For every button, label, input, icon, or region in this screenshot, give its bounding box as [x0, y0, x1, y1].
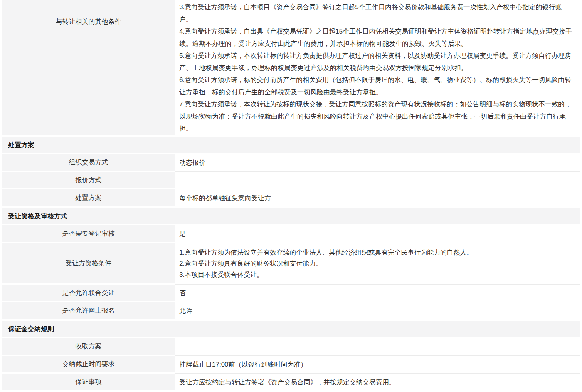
section-header-deposit-rules: 保证金交纳规则 — [2, 321, 580, 337]
table-row-online-registration-allowed: 是否允许网上报名 允许 — [2, 302, 580, 320]
row-value: 受让方应按约定与转让方签署《资产交易合同》，并按规定交纳交易费用。 — [175, 374, 580, 391]
value-paragraph: 3.本项目不接受联合体受让。 — [179, 269, 574, 280]
table-row-disposal-plan: 处置方案 每个标的都单独征集意向受让方 — [2, 189, 580, 207]
table-row-payment-deadline: 交纳截止时间要求 挂牌截止日17:00前（以银行到账时间为准） — [2, 356, 580, 374]
row-value: 否 — [175, 285, 580, 302]
row-label: 是否允许网上报名 — [2, 302, 175, 320]
row-label: 是否允许联合受让 — [2, 285, 175, 302]
table-row-trade-organization-method: 组织交易方式 动态报价 — [2, 154, 580, 172]
section-header-transferee-qualification: 受让资格及审核方式 — [2, 208, 580, 224]
row-label: 受让方资格条件 — [2, 243, 175, 285]
value-paragraph: 3.意向受让方须承诺，自本项目《资产交易合同》签订之日起5个工作日内将交易价款和… — [179, 1, 574, 25]
value-paragraph: 7.意向受让方须承诺，本次转让为按标的现状交接，受让方同意按照标的资产现有状况接… — [179, 98, 574, 135]
row-label: 是否需要登记审核 — [2, 225, 175, 243]
row-value: 挂牌截止日17:00前（以银行到账时间为准） — [175, 356, 580, 374]
row-label: 保证事项 — [2, 374, 175, 391]
table-row-joint-transfer-allowed: 是否允许联合受让 否 — [2, 285, 580, 302]
row-value — [175, 172, 580, 189]
row-value: 1.意向受让方须为依法设立并有效存续的企业法人、其他经济组织或具有完全民事行为能… — [175, 243, 580, 285]
table-row-other-conditions: 与转让相关的其他条件 3.意向受让方须承诺，自本项目《资产交易合同》签订之日起5… — [2, 0, 580, 136]
table-row-registration-review-required: 是否需要登记审核 是 — [2, 225, 580, 243]
table-row-collection-plan: 收取方案 — [2, 338, 580, 356]
table-row-quotation-method: 报价方式 — [2, 172, 580, 189]
value-paragraph: 5.意向受让方须承诺，本次转让标的转让方负责提供办理产权过户的相关资料，以及协助… — [179, 50, 574, 74]
asset-listing-detail-table: 与转让相关的其他条件 3.意向受让方须承诺，自本项目《资产交易合同》签订之日起5… — [0, 0, 582, 391]
row-value: 动态报价 — [175, 154, 580, 172]
row-value — [175, 338, 580, 356]
row-label: 交纳截止时间要求 — [2, 356, 175, 374]
row-label: 与转让相关的其他条件 — [2, 0, 175, 136]
value-paragraph: 1.意向受让方须为依法设立并有效存续的企业法人、其他经济组织或具有完全民事行为能… — [179, 247, 574, 258]
value-paragraph: 6.意向受让方须承诺，标的交付前所产生的相关费用（包括但不限于房屋的水、电、暖、… — [179, 74, 574, 98]
table-row-guarantee-matters: 保证事项 受让方应按约定与转让方签署《资产交易合同》，并按规定交纳交易费用。 — [2, 374, 580, 391]
row-value: 是 — [175, 225, 580, 243]
row-value: 3.意向受让方须承诺，自本项目《资产交易合同》签订之日起5个工作日内将交易价款和… — [175, 0, 580, 136]
value-paragraph: 2.意向受让方须具有良好的财务状况和支付能力。 — [179, 258, 574, 269]
row-label: 报价方式 — [2, 172, 175, 189]
value-paragraph: 4.意向受让方须承诺，自出具《产权交易凭证》之日起15个工作日内凭相关交易证明和… — [179, 25, 574, 50]
row-label: 组织交易方式 — [2, 154, 175, 172]
section-header-disposal-plan: 处置方案 — [2, 137, 580, 153]
row-value: 允许 — [175, 302, 580, 320]
table-row-transferee-qualification-conditions: 受让方资格条件 1.意向受让方须为依法设立并有效存续的企业法人、其他经济组织或具… — [2, 243, 580, 285]
row-label: 收取方案 — [2, 338, 175, 356]
row-label: 处置方案 — [2, 189, 175, 207]
row-value: 每个标的都单独征集意向受让方 — [175, 189, 580, 207]
